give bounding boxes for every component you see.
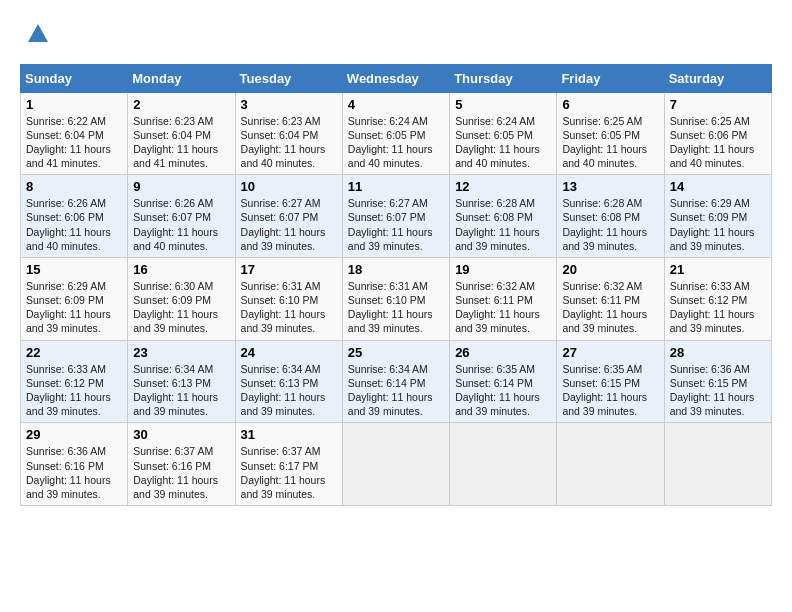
cell-info: Sunrise: 6:28 AM Sunset: 6:08 PM Dayligh… bbox=[562, 196, 658, 253]
calendar-week-1: 1Sunrise: 6:22 AM Sunset: 6:04 PM Daylig… bbox=[21, 92, 772, 175]
calendar-cell: 6Sunrise: 6:25 AM Sunset: 6:05 PM Daylig… bbox=[557, 92, 664, 175]
calendar-cell: 19Sunrise: 6:32 AM Sunset: 6:11 PM Dayli… bbox=[450, 257, 557, 340]
calendar-cell: 3Sunrise: 6:23 AM Sunset: 6:04 PM Daylig… bbox=[235, 92, 342, 175]
day-number: 26 bbox=[455, 345, 551, 360]
calendar-cell: 27Sunrise: 6:35 AM Sunset: 6:15 PM Dayli… bbox=[557, 340, 664, 423]
cell-info: Sunrise: 6:28 AM Sunset: 6:08 PM Dayligh… bbox=[455, 196, 551, 253]
cell-info: Sunrise: 6:30 AM Sunset: 6:09 PM Dayligh… bbox=[133, 279, 229, 336]
calendar-cell: 5Sunrise: 6:24 AM Sunset: 6:05 PM Daylig… bbox=[450, 92, 557, 175]
calendar-cell bbox=[450, 423, 557, 506]
calendar-cell: 25Sunrise: 6:34 AM Sunset: 6:14 PM Dayli… bbox=[342, 340, 449, 423]
cell-info: Sunrise: 6:26 AM Sunset: 6:06 PM Dayligh… bbox=[26, 196, 122, 253]
cell-info: Sunrise: 6:31 AM Sunset: 6:10 PM Dayligh… bbox=[348, 279, 444, 336]
day-number: 20 bbox=[562, 262, 658, 277]
day-number: 6 bbox=[562, 97, 658, 112]
day-number: 5 bbox=[455, 97, 551, 112]
day-number: 24 bbox=[241, 345, 337, 360]
day-number: 30 bbox=[133, 427, 229, 442]
cell-info: Sunrise: 6:36 AM Sunset: 6:16 PM Dayligh… bbox=[26, 444, 122, 501]
cell-info: Sunrise: 6:33 AM Sunset: 6:12 PM Dayligh… bbox=[670, 279, 766, 336]
day-number: 31 bbox=[241, 427, 337, 442]
cell-info: Sunrise: 6:26 AM Sunset: 6:07 PM Dayligh… bbox=[133, 196, 229, 253]
day-header-saturday: Saturday bbox=[664, 64, 771, 92]
calendar-cell: 11Sunrise: 6:27 AM Sunset: 6:07 PM Dayli… bbox=[342, 175, 449, 258]
day-header-friday: Friday bbox=[557, 64, 664, 92]
day-number: 27 bbox=[562, 345, 658, 360]
cell-info: Sunrise: 6:22 AM Sunset: 6:04 PM Dayligh… bbox=[26, 114, 122, 171]
logo-icon bbox=[24, 20, 52, 48]
calendar-cell: 23Sunrise: 6:34 AM Sunset: 6:13 PM Dayli… bbox=[128, 340, 235, 423]
calendar-cell: 15Sunrise: 6:29 AM Sunset: 6:09 PM Dayli… bbox=[21, 257, 128, 340]
calendar-header-row: SundayMondayTuesdayWednesdayThursdayFrid… bbox=[21, 64, 772, 92]
day-number: 1 bbox=[26, 97, 122, 112]
calendar-cell: 13Sunrise: 6:28 AM Sunset: 6:08 PM Dayli… bbox=[557, 175, 664, 258]
cell-info: Sunrise: 6:37 AM Sunset: 6:17 PM Dayligh… bbox=[241, 444, 337, 501]
day-number: 23 bbox=[133, 345, 229, 360]
calendar-cell: 9Sunrise: 6:26 AM Sunset: 6:07 PM Daylig… bbox=[128, 175, 235, 258]
calendar-cell: 26Sunrise: 6:35 AM Sunset: 6:14 PM Dayli… bbox=[450, 340, 557, 423]
day-number: 12 bbox=[455, 179, 551, 194]
day-number: 13 bbox=[562, 179, 658, 194]
calendar-cell: 12Sunrise: 6:28 AM Sunset: 6:08 PM Dayli… bbox=[450, 175, 557, 258]
day-header-monday: Monday bbox=[128, 64, 235, 92]
calendar-cell: 10Sunrise: 6:27 AM Sunset: 6:07 PM Dayli… bbox=[235, 175, 342, 258]
svg-marker-0 bbox=[28, 24, 48, 42]
calendar-cell: 30Sunrise: 6:37 AM Sunset: 6:16 PM Dayli… bbox=[128, 423, 235, 506]
calendar-cell: 29Sunrise: 6:36 AM Sunset: 6:16 PM Dayli… bbox=[21, 423, 128, 506]
cell-info: Sunrise: 6:24 AM Sunset: 6:05 PM Dayligh… bbox=[348, 114, 444, 171]
logo bbox=[20, 20, 52, 54]
calendar-cell: 8Sunrise: 6:26 AM Sunset: 6:06 PM Daylig… bbox=[21, 175, 128, 258]
cell-info: Sunrise: 6:24 AM Sunset: 6:05 PM Dayligh… bbox=[455, 114, 551, 171]
calendar-week-4: 22Sunrise: 6:33 AM Sunset: 6:12 PM Dayli… bbox=[21, 340, 772, 423]
calendar-cell: 21Sunrise: 6:33 AM Sunset: 6:12 PM Dayli… bbox=[664, 257, 771, 340]
calendar-week-2: 8Sunrise: 6:26 AM Sunset: 6:06 PM Daylig… bbox=[21, 175, 772, 258]
cell-info: Sunrise: 6:35 AM Sunset: 6:15 PM Dayligh… bbox=[562, 362, 658, 419]
day-number: 19 bbox=[455, 262, 551, 277]
calendar-cell: 17Sunrise: 6:31 AM Sunset: 6:10 PM Dayli… bbox=[235, 257, 342, 340]
calendar-week-5: 29Sunrise: 6:36 AM Sunset: 6:16 PM Dayli… bbox=[21, 423, 772, 506]
calendar-cell: 1Sunrise: 6:22 AM Sunset: 6:04 PM Daylig… bbox=[21, 92, 128, 175]
day-number: 10 bbox=[241, 179, 337, 194]
day-header-tuesday: Tuesday bbox=[235, 64, 342, 92]
cell-info: Sunrise: 6:35 AM Sunset: 6:14 PM Dayligh… bbox=[455, 362, 551, 419]
cell-info: Sunrise: 6:29 AM Sunset: 6:09 PM Dayligh… bbox=[670, 196, 766, 253]
cell-info: Sunrise: 6:36 AM Sunset: 6:15 PM Dayligh… bbox=[670, 362, 766, 419]
cell-info: Sunrise: 6:32 AM Sunset: 6:11 PM Dayligh… bbox=[562, 279, 658, 336]
cell-info: Sunrise: 6:27 AM Sunset: 6:07 PM Dayligh… bbox=[241, 196, 337, 253]
day-number: 15 bbox=[26, 262, 122, 277]
cell-info: Sunrise: 6:33 AM Sunset: 6:12 PM Dayligh… bbox=[26, 362, 122, 419]
calendar-week-3: 15Sunrise: 6:29 AM Sunset: 6:09 PM Dayli… bbox=[21, 257, 772, 340]
calendar-cell: 7Sunrise: 6:25 AM Sunset: 6:06 PM Daylig… bbox=[664, 92, 771, 175]
calendar-body: 1Sunrise: 6:22 AM Sunset: 6:04 PM Daylig… bbox=[21, 92, 772, 505]
day-number: 11 bbox=[348, 179, 444, 194]
calendar-cell: 16Sunrise: 6:30 AM Sunset: 6:09 PM Dayli… bbox=[128, 257, 235, 340]
cell-info: Sunrise: 6:27 AM Sunset: 6:07 PM Dayligh… bbox=[348, 196, 444, 253]
day-number: 3 bbox=[241, 97, 337, 112]
day-number: 8 bbox=[26, 179, 122, 194]
day-number: 14 bbox=[670, 179, 766, 194]
day-number: 28 bbox=[670, 345, 766, 360]
day-number: 2 bbox=[133, 97, 229, 112]
cell-info: Sunrise: 6:25 AM Sunset: 6:06 PM Dayligh… bbox=[670, 114, 766, 171]
cell-info: Sunrise: 6:34 AM Sunset: 6:13 PM Dayligh… bbox=[241, 362, 337, 419]
cell-info: Sunrise: 6:25 AM Sunset: 6:05 PM Dayligh… bbox=[562, 114, 658, 171]
day-number: 7 bbox=[670, 97, 766, 112]
calendar-cell: 31Sunrise: 6:37 AM Sunset: 6:17 PM Dayli… bbox=[235, 423, 342, 506]
day-number: 9 bbox=[133, 179, 229, 194]
calendar-table: SundayMondayTuesdayWednesdayThursdayFrid… bbox=[20, 64, 772, 506]
cell-info: Sunrise: 6:32 AM Sunset: 6:11 PM Dayligh… bbox=[455, 279, 551, 336]
cell-info: Sunrise: 6:37 AM Sunset: 6:16 PM Dayligh… bbox=[133, 444, 229, 501]
cell-info: Sunrise: 6:34 AM Sunset: 6:13 PM Dayligh… bbox=[133, 362, 229, 419]
calendar-cell: 24Sunrise: 6:34 AM Sunset: 6:13 PM Dayli… bbox=[235, 340, 342, 423]
calendar-cell: 14Sunrise: 6:29 AM Sunset: 6:09 PM Dayli… bbox=[664, 175, 771, 258]
cell-info: Sunrise: 6:31 AM Sunset: 6:10 PM Dayligh… bbox=[241, 279, 337, 336]
calendar-cell: 22Sunrise: 6:33 AM Sunset: 6:12 PM Dayli… bbox=[21, 340, 128, 423]
day-number: 16 bbox=[133, 262, 229, 277]
cell-info: Sunrise: 6:23 AM Sunset: 6:04 PM Dayligh… bbox=[241, 114, 337, 171]
day-number: 25 bbox=[348, 345, 444, 360]
day-header-sunday: Sunday bbox=[21, 64, 128, 92]
calendar-cell: 4Sunrise: 6:24 AM Sunset: 6:05 PM Daylig… bbox=[342, 92, 449, 175]
day-number: 22 bbox=[26, 345, 122, 360]
day-number: 29 bbox=[26, 427, 122, 442]
day-number: 17 bbox=[241, 262, 337, 277]
